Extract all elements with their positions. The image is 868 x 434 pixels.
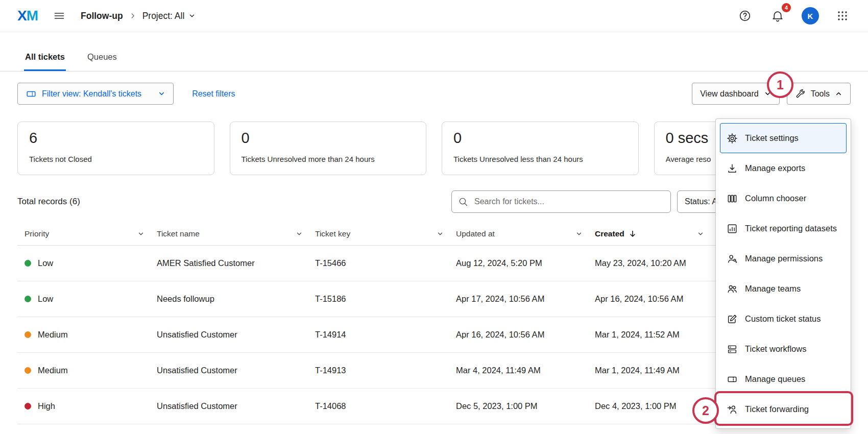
gear-icon (727, 133, 738, 144)
wrench-icon (795, 88, 806, 99)
stat-label: Tickets Unresolved more than 24 hours (242, 155, 415, 163)
menu-item-column-chooser[interactable]: Column chooser (720, 183, 847, 213)
ticket-name-cell: Unsatisfied Customer (157, 366, 315, 375)
stat-card-unresolved-less-24h: 0 Tickets Unresolved less than 24 hours (442, 122, 639, 175)
menu-item-label: Manage teams (745, 284, 801, 294)
menu-item-manage-permissions[interactable]: Manage permissions (720, 244, 847, 274)
annotation-step-1: 1 (767, 71, 793, 98)
logo-letter-m: M (27, 8, 38, 24)
person-arrow-icon (727, 404, 738, 415)
priority-cell: Low (17, 258, 157, 268)
chevron-down-icon (296, 230, 303, 237)
priority-dot-high (25, 403, 31, 409)
stat-value: 0 (453, 130, 627, 147)
breadcrumb: Follow-up Project: All (81, 11, 196, 21)
project-selector[interactable]: Project: All (142, 11, 196, 21)
ticket-name-cell: AMER Satisfied Customer (157, 258, 315, 268)
tab-queues[interactable]: Queues (86, 52, 118, 71)
filter-bar: Filter view: Kendall's tickets Reset fil… (17, 83, 851, 105)
avatar[interactable]: K (802, 7, 819, 25)
top-bar: X M Follow-up Project: All (0, 0, 868, 32)
column-label: Updated at (456, 229, 495, 238)
topbar-actions: 4 K (736, 7, 851, 25)
logo-letter-x: X (17, 8, 27, 24)
chevron-right-icon (129, 12, 136, 19)
menu-item-manage-exports[interactable]: Manage exports (720, 153, 847, 183)
column-header-ticket-name[interactable]: Ticket name (157, 229, 315, 238)
priority-cell: High (17, 401, 157, 411)
hamburger-menu-icon[interactable] (51, 8, 67, 24)
priority-label: High (38, 401, 55, 411)
total-records: Total records (6) (17, 197, 80, 207)
search-input[interactable] (473, 197, 664, 207)
priority-cell: Low (17, 294, 157, 304)
view-dashboard-button[interactable]: View dashboard (692, 83, 779, 105)
column-label: Created (595, 229, 624, 238)
chevron-down-icon (575, 230, 583, 237)
chevron-down-icon (437, 230, 444, 237)
chevron-down-icon (188, 12, 196, 19)
menu-item-manage-teams[interactable]: Manage teams (720, 274, 847, 304)
updated-at-cell: Mar 4, 2024, 11:49 AM (456, 366, 595, 375)
menu-item-ticket-workflows[interactable]: Ticket workflows (720, 334, 847, 364)
priority-label: Low (38, 294, 53, 304)
ticket-name-cell: Needs followup (157, 294, 315, 304)
tools-label: Tools (811, 89, 830, 99)
menu-item-label: Manage exports (745, 163, 805, 173)
ticket-key-cell: T-14913 (315, 366, 456, 375)
reset-filters-link[interactable]: Reset filters (192, 89, 235, 99)
ticket-name-cell: Unsatisfied Customer (157, 330, 315, 340)
menu-item-ticket-settings[interactable]: Ticket settings (720, 123, 847, 153)
priority-label: Low (38, 258, 53, 268)
column-header-ticket-key[interactable]: Ticket key (315, 229, 456, 238)
stat-card-not-closed: 6 Tickets not Closed (17, 122, 214, 175)
priority-dot-medium (25, 331, 31, 338)
people-icon (727, 283, 738, 295)
menu-item-label: Ticket reporting datasets (745, 224, 837, 233)
updated-at-cell: Aug 12, 2024, 5:20 PM (456, 258, 595, 268)
tab-bar: All tickets Queues (0, 52, 868, 71)
tab-all-tickets[interactable]: All tickets (24, 52, 66, 71)
priority-dot-low (25, 296, 31, 302)
menu-item-label: Ticket settings (745, 133, 799, 143)
priority-cell: Medium (17, 366, 157, 375)
filter-view-label: Filter view: Kendall's tickets (42, 89, 141, 99)
updated-at-cell: Dec 5, 2023, 1:00 PM (456, 401, 595, 411)
person-key-icon (727, 253, 738, 264)
ticket-icon (26, 88, 37, 100)
ticket-key-cell: T-15186 (315, 294, 456, 304)
priority-cell: Medium (17, 330, 157, 340)
menu-item-label: Manage permissions (745, 254, 823, 263)
menu-item-ticket-forwarding[interactable]: Ticket forwarding (720, 394, 847, 424)
breadcrumb-section[interactable]: Follow-up (81, 11, 123, 21)
edit-icon (727, 314, 738, 325)
ticket-name-cell: Unsatisfied Customer (157, 401, 315, 411)
view-dashboard-label: View dashboard (700, 89, 758, 99)
apps-grid-icon[interactable] (834, 8, 851, 24)
annotation-step-2: 2 (692, 397, 719, 424)
filter-view-button[interactable]: Filter view: Kendall's tickets (17, 83, 174, 105)
chevron-up-icon (835, 90, 842, 98)
menu-item-ticket-reporting-datasets[interactable]: Ticket reporting datasets (720, 213, 847, 244)
stat-label: Tickets not Closed (29, 155, 203, 163)
column-header-priority[interactable]: Priority (17, 229, 157, 238)
project-selector-label: Project: All (142, 11, 185, 21)
chevron-down-icon (137, 230, 144, 237)
updated-at-cell: Apr 17, 2024, 10:56 AM (456, 294, 595, 304)
ticket-key-cell: T-15466 (315, 258, 456, 268)
stat-label: Tickets Unresolved less than 24 hours (453, 155, 627, 163)
stat-card-unresolved-more-24h: 0 Tickets Unresolved more than 24 hours (230, 122, 427, 175)
notification-badge: 4 (782, 3, 791, 12)
menu-item-label: Column chooser (745, 194, 806, 203)
ticket-key-cell: T-14068 (315, 401, 456, 411)
tools-button[interactable]: Tools (787, 83, 851, 105)
menu-item-manage-queues[interactable]: Manage queues (720, 364, 847, 394)
column-label: Priority (25, 229, 49, 238)
column-label: Ticket name (157, 229, 200, 238)
column-header-updated-at[interactable]: Updated at (456, 229, 595, 238)
menu-item-custom-ticket-status[interactable]: Custom ticket status (720, 304, 847, 334)
help-icon[interactable] (736, 7, 754, 25)
search-icon (458, 197, 468, 207)
menu-item-label: Custom ticket status (745, 314, 821, 324)
priority-dot-low (25, 260, 31, 267)
